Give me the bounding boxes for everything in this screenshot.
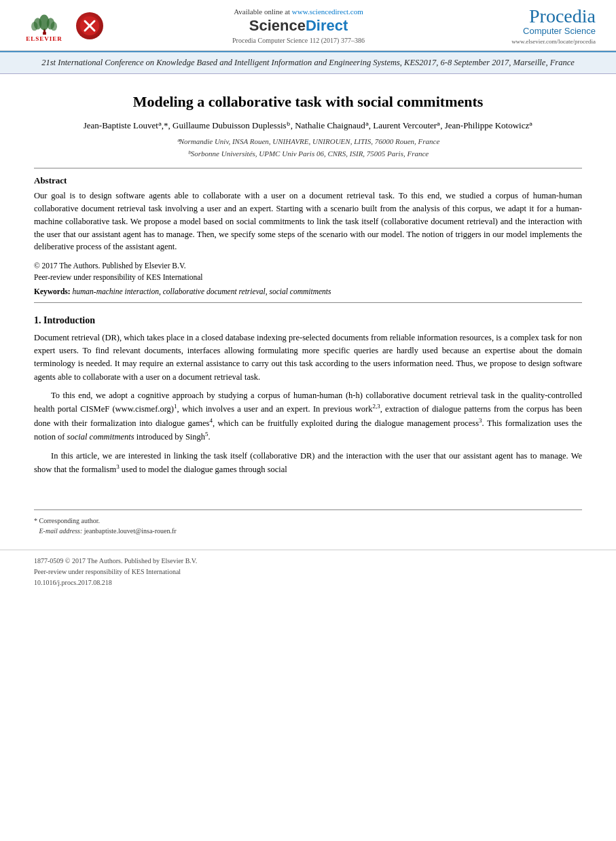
divider-2 (34, 302, 582, 303)
keywords-line: Keywords: human-machine interaction, col… (34, 287, 582, 296)
intro-paragraph-3: In this article, we are interested in li… (34, 450, 582, 477)
elsevier-tree-icon (29, 10, 60, 35)
elsevier-text: ELSEVIER (26, 35, 62, 42)
keywords-label: Keywords: (34, 287, 71, 296)
footnote: * Corresponding author. E-mail address: … (0, 516, 616, 536)
header: ELSEVIER Available online at www.science… (0, 0, 616, 51)
elsevier-url: www.elsevier.com/locate/procedia (494, 38, 596, 45)
footer-bottom-text: 1877-0509 © 2017 The Authors. Published … (34, 556, 197, 588)
affiliation-b: ᵇSorbonne Universités, UPMC Univ Paris 0… (34, 148, 582, 160)
procedia-brand: Procedia (494, 7, 596, 26)
conference-banner: 21st International Conference on Knowled… (0, 51, 616, 74)
copyright: © 2017 The Authors. Published by Elsevie… (34, 260, 582, 284)
affiliations: ᵃNormandie Univ, INSA Rouen, UNIHAVRE, U… (34, 136, 582, 160)
footnote-email: E-mail address: jeanbaptiste.louvet@insa… (34, 526, 582, 536)
crossmark-logo (76, 12, 103, 39)
elsevier-logo: ELSEVIER (20, 7, 68, 45)
section-introduction: 1. Introduction Document retrieval (DR),… (34, 315, 582, 477)
svg-point-5 (50, 22, 57, 31)
footer-doi: 10.1016/j.procs.2017.08.218 (34, 577, 197, 588)
paper-title: Modeling a collaborative task with socia… (34, 92, 582, 112)
copyright-line2: Peer-review under responsibility of KES … (34, 272, 582, 283)
main-content: Modeling a collaborative task with socia… (0, 74, 616, 496)
section-introduction-title: 1. Introduction (34, 315, 582, 326)
authors-text: Jean-Baptiste Louvetᵃ,*, Guillaume Dubui… (84, 120, 533, 130)
abstract-text: Our goal is to design software agents ab… (34, 190, 582, 253)
authors: Jean-Baptiste Louvetᵃ,*, Guillaume Dubui… (34, 119, 582, 132)
intro-paragraph-1: Document retrieval (DR), which takes pla… (34, 332, 582, 384)
available-online-label: Available online at www.sciencedirect.co… (103, 7, 494, 16)
header-logos: ELSEVIER (20, 7, 103, 45)
conference-text: 21st International Conference on Knowled… (41, 58, 575, 67)
page: ELSEVIER Available online at www.science… (0, 0, 616, 841)
computer-science-brand: Computer Science (494, 26, 596, 36)
footer-bottom: 1877-0509 © 2017 The Authors. Published … (0, 550, 616, 594)
intro-paragraph-2: To this end, we adopt a cognitive approa… (34, 389, 582, 444)
footnote-star: * Corresponding author. (34, 516, 582, 526)
journal-info: Procedia Computer Science 112 (2017) 377… (103, 37, 494, 44)
affiliation-a: ᵃNormandie Univ, INSA Rouen, UNIHAVRE, U… (34, 136, 582, 148)
abstract-title: Abstract (34, 175, 582, 186)
keywords-text: human-machine interaction, collaborative… (73, 287, 331, 296)
sciencedirect-brand-text: Science (249, 17, 306, 34)
footer-issn: 1877-0509 © 2017 The Authors. Published … (34, 556, 197, 567)
copyright-line1: © 2017 The Authors. Published by Elsevie… (34, 260, 582, 272)
svg-rect-6 (43, 32, 46, 35)
footer-peer-review: Peer-review under responsibility of KES … (34, 567, 197, 577)
header-center: Available online at www.sciencedirect.co… (103, 7, 494, 44)
svg-point-4 (31, 22, 38, 31)
footer-divider (34, 509, 582, 510)
sciencedirect-brand: ScienceDirect (103, 17, 494, 35)
sciencedirect-url[interactable]: www.sciencedirect.com (292, 7, 363, 16)
header-right: Procedia Computer Science www.elsevier.c… (494, 7, 596, 45)
abstract-section: Abstract Our goal is to design software … (34, 175, 582, 253)
divider-1 (34, 168, 582, 168)
